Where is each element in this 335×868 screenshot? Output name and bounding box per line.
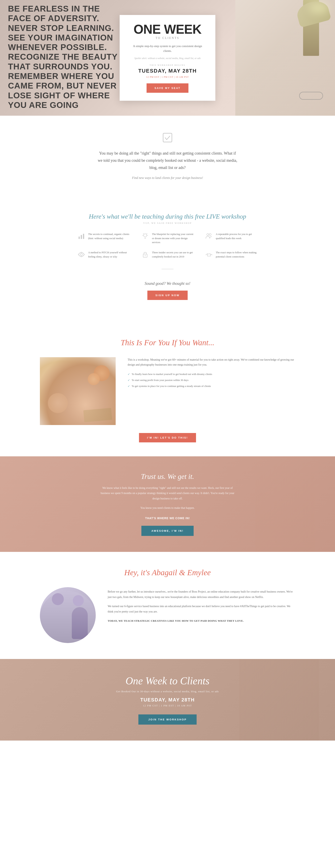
about-bold-text: TODAY, WE TEACH STRATEGIC CREATIVES LIKE… xyxy=(108,619,295,623)
intro-body: You may be doing all the "right" things … xyxy=(98,150,237,171)
foryou-list-item-1: To finally learn how to market yourself … xyxy=(128,372,295,376)
final-date: TUESDAY, MAY 28TH xyxy=(40,697,295,703)
trust-body-1: We know what it feels like to be doing e… xyxy=(98,486,237,501)
svg-point-12 xyxy=(209,234,211,236)
foryou-cta-button[interactable]: I'M IN! LET'S DO THIS! xyxy=(139,433,196,442)
feature-item-2: The blueprint for replacing your current… xyxy=(142,232,193,245)
foryou-body: This is a workshop. Meaning we've got 60… xyxy=(128,357,295,367)
trust-section: Trust us. We get it. We know what it fee… xyxy=(0,456,335,552)
hero-spoiler: Spoiler alert: without a website, social… xyxy=(130,57,205,60)
sound-good-section: Sound good? We thought so! SIGN UP NOW xyxy=(40,277,295,308)
foryou-list-item-3: To get systems in place for you to conti… xyxy=(128,384,295,388)
hero-date: TUESDAY, MAY 28TH xyxy=(130,68,205,74)
final-heading: One Week to Clients xyxy=(40,675,295,687)
final-time: 12 PM CST | 1 PM EST | 10 AM PST xyxy=(40,704,295,707)
teaching-section: Here's what we'll be teaching during thi… xyxy=(0,201,335,324)
lamp-glow xyxy=(309,2,329,14)
svg-point-15 xyxy=(145,255,146,256)
foryou-content: This is a workshop. Meaning we've got 60… xyxy=(40,357,295,425)
bulb-icon xyxy=(142,232,149,240)
svg-rect-2 xyxy=(81,235,82,239)
about-body-1: Before we go any further, let us introdu… xyxy=(108,589,295,600)
free-badge: YUP, WE SAID FREE WORKSHOP xyxy=(40,222,295,224)
trust-cta-button[interactable]: AWESOME, I'M IN! xyxy=(141,526,194,536)
gear-icon xyxy=(78,251,85,258)
person-2-silhouette xyxy=(72,607,88,639)
hero-bg-text: BE FEARLESS IN THEFACE OF ADVERSITY.NEVE… xyxy=(8,4,118,110)
feature-text-3: A repeatable process for you to get qual… xyxy=(216,232,257,241)
foryou-text-block: This is a workshop. Meaning we've got 60… xyxy=(128,357,295,397)
hero-description: A simple step-by-step system to get you … xyxy=(130,44,205,53)
trust-heading: Trust us. We get it. xyxy=(40,472,295,481)
feature-item-1: The secrets to continual, organic client… xyxy=(78,232,130,245)
head-1 xyxy=(52,593,64,605)
svg-point-13 xyxy=(80,253,82,255)
about-text-block: Before we go any further, let us introdu… xyxy=(108,587,295,627)
flower-2 xyxy=(88,373,100,385)
foryou-image xyxy=(40,357,116,425)
features-grid: The secrets to continual, organic client… xyxy=(78,232,257,259)
hero-begins-label: THIS WORKSHOP BEGINS xyxy=(130,64,205,66)
foryou-btn-wrap: I'M IN! LET'S DO THIS! xyxy=(40,433,295,442)
about-photo xyxy=(40,587,96,643)
signup-button[interactable]: SIGN UP NOW xyxy=(147,290,188,300)
trust-body-2: You know you need clients to make that h… xyxy=(98,505,237,511)
intro-find-text: Find new ways to land clients for your d… xyxy=(98,175,237,181)
foryou-heading: This Is For You If You Want... xyxy=(40,338,295,347)
intro-section: You may be doing all the "right" things … xyxy=(0,116,335,201)
final-section: One Week to Clients Get Booked Out in 30… xyxy=(0,659,335,741)
foryou-list-item-2: To start seeing profit from your passion… xyxy=(128,378,295,382)
hero-section: BE FEARLESS IN THEFACE OF ADVERSITY.NEVE… xyxy=(0,0,335,116)
trust-content: Trust us. We get it. We know what it fee… xyxy=(40,472,295,536)
person-1-silhouette xyxy=(48,603,64,639)
svg-rect-3 xyxy=(83,234,84,239)
svg-line-9 xyxy=(143,234,144,234)
hero-subtitle: TO CLIENTS xyxy=(130,36,205,40)
feature-item-6: The exact steps to follow when making po… xyxy=(205,250,257,259)
hero-cta-button[interactable]: SAVE MY SEAT xyxy=(147,83,189,93)
about-heading: Hey, it's Abagail & Emylee xyxy=(40,568,295,577)
book-decor xyxy=(83,408,112,422)
about-content: Before we go any further, let us introdu… xyxy=(40,587,295,643)
chart-icon xyxy=(78,232,85,240)
final-content: One Week to Clients Get Booked Out in 30… xyxy=(40,675,295,724)
people-icon xyxy=(205,232,213,240)
feature-item-3: A repeatable process for you to get qual… xyxy=(205,232,257,245)
handshake-icon xyxy=(205,251,213,258)
glasses-decor xyxy=(299,92,323,100)
about-body-2: We turned our 6-figure service based bus… xyxy=(108,604,295,614)
teaching-heading: Here's what we'll be teaching during thi… xyxy=(40,213,295,220)
svg-rect-0 xyxy=(163,133,172,142)
feature-item-4: A method to PITCH yourself without feeli… xyxy=(78,250,130,259)
about-section: Hey, it's Abagail & Emylee Before we go … xyxy=(0,552,335,659)
sound-good-text: Sound good? We thought so! xyxy=(40,281,295,286)
svg-line-10 xyxy=(147,234,147,234)
feature-text-6: The exact steps to follow when making po… xyxy=(216,250,257,259)
feature-text-1: The secrets to continual, organic client… xyxy=(88,232,130,241)
feature-text-4: A method to PITCH yourself without feeli… xyxy=(88,250,130,259)
hero-time: 12 PM EST | 1 PM CST | 10 AM PST xyxy=(130,75,205,79)
hero-title: ONE WEEK xyxy=(130,23,205,36)
final-desc: Get Booked Out in 30-days without a webs… xyxy=(40,690,295,693)
hero-card: ONE WEEK TO CLIENTS A simple step-by-ste… xyxy=(120,15,215,101)
feature-text-5: Three insider secrets you can use to get… xyxy=(152,250,193,259)
svg-rect-1 xyxy=(79,237,80,239)
lock-icon xyxy=(142,251,149,258)
feature-item-5: Three insider secrets you can use to get… xyxy=(142,250,193,259)
svg-point-4 xyxy=(144,234,147,237)
foryou-section: This Is For You If You Want... This is a… xyxy=(0,324,335,456)
check-icon xyxy=(161,132,174,144)
trust-where-label: THAT'S WHERE WE COME IN! xyxy=(40,517,295,520)
svg-point-11 xyxy=(207,234,209,236)
feature-text-2: The blueprint for replacing your current… xyxy=(152,232,193,245)
divider-1 xyxy=(161,269,174,269)
foryou-list: To finally learn how to market yourself … xyxy=(128,372,295,388)
final-cta-button[interactable]: JOIN THE WORKSHOP xyxy=(139,714,197,724)
head-2 xyxy=(73,595,84,606)
flower-3 xyxy=(48,393,68,413)
